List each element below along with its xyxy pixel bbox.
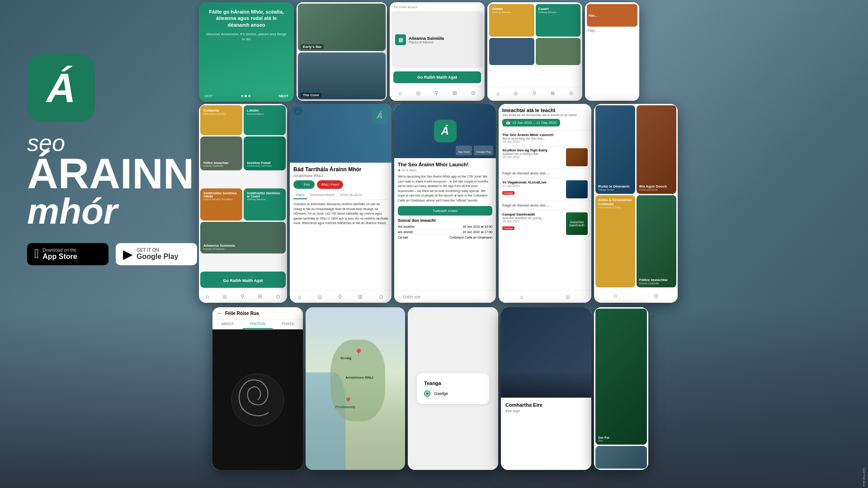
partial-label: Playi... <box>587 28 637 33</box>
grid-nav-loc[interactable]: ◎ <box>654 292 658 299</box>
grid-rudai[interactable]: Rudaí le Déanamh Things To Do <box>595 105 635 194</box>
nav-location-icon[interactable]: ◎ <box>416 90 420 96</box>
download-buttons:  Download on the App Store ▶ GET IT ON … <box>27 243 197 265</box>
aiteanna-label: Aiteanna Suimiúla <box>409 36 444 41</box>
language-title: Teanga <box>424 380 482 386</box>
sonrai-title: Sonraí don imeacht <box>398 218 492 223</box>
am-tosaithe-label: Am tosaithe <box>398 225 415 228</box>
googleplay-text: GET IT ON Google Play <box>137 248 178 261</box>
rnli-fund-button[interactable]: RNLI Fund <box>317 180 344 189</box>
gaeilge-option: Gaeilge <box>434 391 448 396</box>
menu-screen[interactable]: Coitianta Information & FAQ Lóistín Acco… <box>199 104 287 303</box>
comhartha-title: Comhartha Eire <box>505 402 587 408</box>
am-tosaithe-value: 16 Jun 2022 at 16:00 <box>462 225 492 228</box>
row-bot: ← Féile Róise Rua ABOUT PHOTOS POSTS <box>212 307 868 488</box>
menu-nav-search[interactable]: ⚲ <box>241 293 245 300</box>
tab-about[interactable]: ABOUT <box>212 319 243 329</box>
event-2-name: Scullion beo ag Tigh Early <box>502 148 564 152</box>
nav-person-2[interactable]: ⊙ <box>569 90 573 96</box>
earlys-bar-label: Early's Bar <box>301 44 324 49</box>
events-nav-home[interactable]: ⌂ <box>520 294 523 300</box>
welcome-subtitle: Discover Arranmore, It's stories, places… <box>205 32 288 42</box>
launch-back[interactable]: ← Gabh siar <box>398 295 421 299</box>
brand-arainn: Árainn <box>27 155 197 193</box>
menu-nav-user[interactable]: ⊙ <box>276 293 280 300</box>
dot-3 <box>248 95 250 97</box>
tab-posts[interactable]: POSTS <box>273 319 303 329</box>
calendar-icon: 📅 <box>506 121 510 125</box>
skip-label[interactable]: SKIP <box>204 94 212 98</box>
nav-book-2[interactable]: ⊞ <box>551 90 555 96</box>
rnli-nav-search[interactable]: ⚲ <box>338 294 342 300</box>
launch-screen: Á App Store Google Play The Seo Árainn M… <box>394 104 496 303</box>
grid-feilire[interactable]: Féilire Imeachtaí Events Calendar <box>637 195 676 288</box>
rnli-nav-grid[interactable]: ⊞ <box>358 294 363 300</box>
menu-coitianta[interactable]: Coitianta Information & FAQ <box>200 105 242 135</box>
nav-search-2[interactable]: ⚲ <box>533 90 536 96</box>
the-cove-label: The Cove <box>301 93 321 98</box>
events-nav-loc[interactable]: ◎ <box>566 294 570 300</box>
row-top: Fáilte go hÁrainn Mhór, scéalta, áiteann… <box>199 2 868 104</box>
photo-title: Féile Róise Rua <box>225 311 259 316</box>
rnli-nav-user[interactable]: ⊙ <box>379 294 383 300</box>
ca-hait-value: Cultúrlann Caife an Ghabhann <box>449 236 492 239</box>
event-1-name: The Seo Árainn Mhór Launch! <box>502 133 588 137</box>
menu-nav-home[interactable]: ⌂ <box>206 293 209 300</box>
photo-screen: ← Féile Róise Rua ABOUT PHOTOS POSTS <box>212 307 303 470</box>
tab-postalach[interactable]: PÓSTÁLACH <box>338 192 365 199</box>
rnli-detail-screen: ← Á Bád Tarrthála Árainn Mhór Arranmore … <box>290 104 392 303</box>
go-raibh-btn[interactable]: Go Raibh Maith Agat <box>393 71 481 83</box>
menu-nav-loc[interactable]: ◎ <box>222 293 227 300</box>
menu-nav-grid[interactable]: ⊞ <box>258 293 262 300</box>
nav-search-icon[interactable]: ⚲ <box>434 90 439 96</box>
nav-loc-2[interactable]: ◎ <box>514 90 518 96</box>
event-1-sub: We're launching the Seo Ára... <box>502 137 588 140</box>
grid-nav-home[interactable]: ⌂ <box>613 292 617 299</box>
gaeilge-badge-1: Gaeilge <box>502 191 514 195</box>
row-mid: Coitianta Information & FAQ Lóistín Acco… <box>199 104 868 307</box>
tab-faoi[interactable]: FAOI <box>293 192 307 199</box>
rnli-nav-home[interactable]: ⌂ <box>298 294 301 300</box>
dot-1 <box>241 95 243 97</box>
nav-profile-icon[interactable]: ⊙ <box>471 90 476 96</box>
photo-back-arrow[interactable]: ← <box>217 310 222 316</box>
menu-seirbhisi-cuairt[interactable]: Soláthraithe Seirbhíse ar Cuairt Visitin… <box>244 188 286 221</box>
radio-gaeilge[interactable] <box>424 390 430 397</box>
grid-eolas[interactable]: Eolas & Ceisteanna Coitianta Information… <box>595 195 635 288</box>
corner-text: Cor For Ara <box>860 466 868 488</box>
fon-button[interactable]: 📞Fón <box>293 180 315 189</box>
comhartha-screen: Comhartha Eire Eire Sign <box>501 307 591 470</box>
nav-home-2[interactable]: ⌂ <box>496 91 500 96</box>
events-screen: Imeachtaí atá le teacht Seo liosta de na… <box>499 104 591 303</box>
appstore-button[interactable]:  Download on the App Store <box>27 243 108 265</box>
menu-seirbhisi-oilean[interactable]: Soláthraithe Seirbhíse Oileán Island Ser… <box>200 188 242 221</box>
menu-go-raibh[interactable]: Go Raibh Maith Agat <box>200 272 286 288</box>
next-label[interactable]: NEXT <box>279 94 288 98</box>
nav-home-icon[interactable]: ⌂ <box>399 90 402 96</box>
appstore-text: Download on the App Store <box>42 248 77 261</box>
appstore-small-text: Download on the <box>42 248 76 253</box>
dot-2 <box>245 95 247 97</box>
right-grid-screen: Rudaí le Déanamh Things To Do Bia Agus D… <box>594 104 678 303</box>
menu-aiteanna[interactable]: Aiteanna Suimiúla Places of Interest <box>200 222 286 253</box>
rnli-nav-loc[interactable]: ◎ <box>317 294 322 300</box>
tab-grianghraif[interactable]: GRIANGHRAIF <box>307 192 338 199</box>
am-deiridh-value: 16 Jun 2022 at 17:00 <box>462 230 492 234</box>
googleplay-button[interactable]: ▶ GET IT ON Google Play <box>116 243 197 265</box>
menu-seirbhisi[interactable]: Seirbhísí Pobail Community Services <box>244 136 286 170</box>
nav-grid-icon[interactable]: ⊞ <box>453 90 457 96</box>
screen-top-partial: Páir... Playi... <box>585 2 639 101</box>
tab-photos[interactable]: PHOTOS <box>243 319 273 329</box>
googleplay-small-text: GET IT ON <box>137 248 159 253</box>
menu-feilire[interactable]: Féilire Imeachtaí Events Calendar <box>200 136 242 170</box>
screen-top-4: Oileán Visiting Service... Cuairt Visiti… <box>487 2 582 101</box>
event-2-sub: Scullion live in Early's Bar <box>502 152 564 155</box>
welcome-text: Fáilte go hÁrainn Mhór, scéalta, áiteann… <box>199 2 294 48</box>
grid-bia[interactable]: Bia Agus Deoch Food and Drink <box>637 105 676 194</box>
brand-mhor: mhór <box>27 193 197 230</box>
menu-loistin[interactable]: Lóistín Accomodation <box>244 105 286 135</box>
events-subtitle: Seo liosta de na himeachtaí atá le teach… <box>502 113 588 117</box>
tuileadh-button[interactable]: Tuilleadh eolais <box>398 206 492 216</box>
gaeilge-badge-2: Gaeilge <box>502 226 514 230</box>
menu-partial-screen: Tá muid anseo ▦ Aiteanna Suimiúla Places… <box>390 2 485 101</box>
